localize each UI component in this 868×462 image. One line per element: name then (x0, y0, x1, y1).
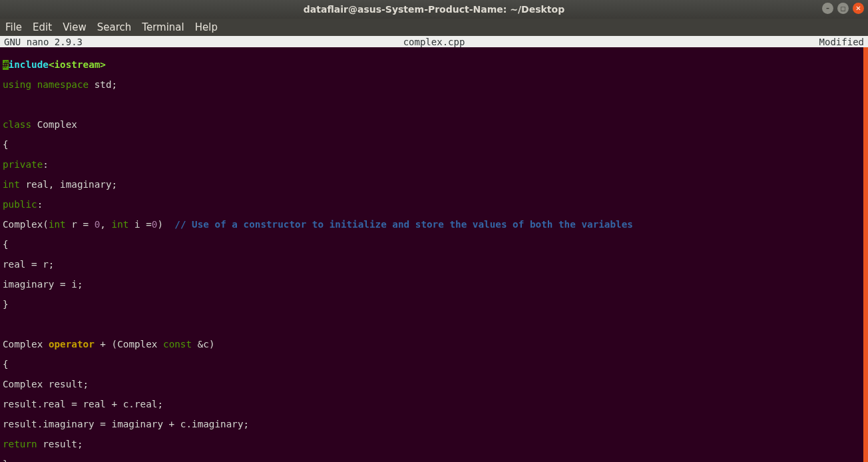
nano-modified: Modified (819, 37, 864, 47)
code-line: private: (3, 160, 865, 170)
code-line: return result; (3, 439, 865, 449)
menu-help[interactable]: Help (195, 21, 218, 33)
menu-edit[interactable]: Edit (33, 21, 52, 33)
code-line: { (3, 140, 865, 150)
menu-file[interactable]: File (5, 21, 22, 33)
cursor: # (3, 60, 9, 70)
code-line: public: (3, 200, 865, 210)
code-line: Complex result; (3, 379, 865, 389)
nano-statusbar: GNU nano 2.9.3 complex.cpp Modified (0, 36, 868, 47)
code-line: Complex(int r = 0, int i =0) // Use of a… (3, 220, 865, 230)
code-line: real = r; (3, 260, 865, 270)
menu-search[interactable]: Search (97, 21, 132, 33)
menu-view[interactable]: View (63, 21, 87, 33)
window-title: dataflair@asus-System-Product-Name: ~/De… (304, 4, 564, 15)
code-line: int real, imaginary; (3, 180, 865, 190)
code-line: class Complex (3, 120, 865, 130)
maximize-icon[interactable]: ◻ (837, 3, 849, 14)
editor-area[interactable]: #include<iostream> using namespace std; … (0, 47, 868, 462)
code-line: { (3, 359, 865, 369)
code-line (3, 320, 865, 330)
nano-filename: complex.cpp (0, 37, 868, 47)
code-line: } (3, 300, 865, 310)
window-titlebar: dataflair@asus-System-Product-Name: ~/De… (0, 0, 868, 19)
code-line (3, 100, 865, 110)
window-controls: – ◻ ✕ (822, 3, 864, 14)
menu-terminal[interactable]: Terminal (142, 21, 184, 33)
menubar: File Edit View Search Terminal Help (0, 19, 868, 36)
code-line: #include<iostream> (3, 60, 865, 70)
code-line: result.imaginary = imaginary + c.imagina… (3, 419, 865, 429)
code-line: result.real = real + c.real; (3, 399, 865, 409)
minimize-icon[interactable]: – (822, 3, 833, 14)
right-edge-strip (863, 47, 868, 462)
code-line: } (3, 459, 865, 462)
code-line: imaginary = i; (3, 280, 865, 290)
code-line: using namespace std; (3, 80, 865, 90)
code-line: { (3, 240, 865, 250)
close-icon[interactable]: ✕ (853, 3, 864, 14)
code-line: Complex operator + (Complex const &c) (3, 340, 865, 349)
